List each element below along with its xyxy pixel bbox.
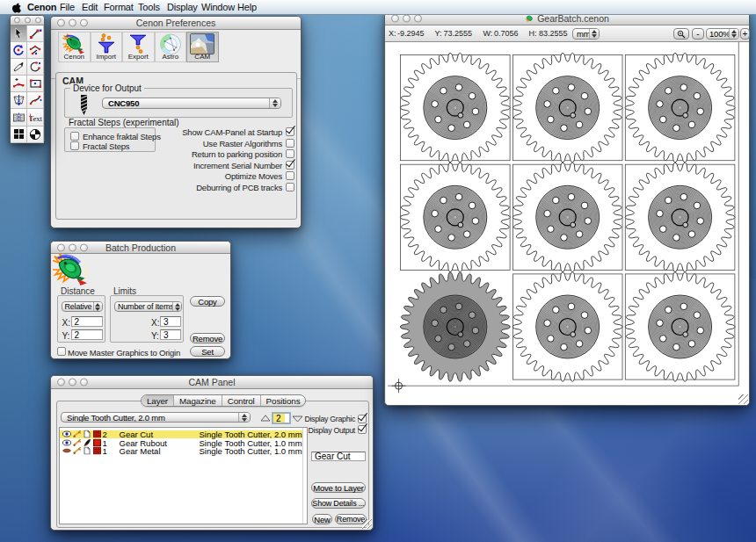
move-master-checkbox[interactable] — [57, 347, 66, 356]
pref-tab-export[interactable]: Export — [122, 32, 155, 62]
tool-target[interactable] — [27, 126, 44, 143]
tool-select[interactable] — [11, 25, 27, 42]
pref-tab-cam[interactable]: CAM — [186, 32, 219, 62]
prefs-minimize-button[interactable] — [69, 19, 76, 27]
layer-name-field[interactable]: Gear Cut — [311, 452, 366, 461]
optimize-moves-checkbox[interactable] — [286, 171, 294, 180]
tool-curve[interactable] — [27, 92, 44, 109]
tab-positions[interactable]: Positions — [261, 395, 306, 406]
tool-knife[interactable] — [11, 59, 27, 76]
document-toolbar: X: -9.2945 Y: 73.2555 W: 0.7056 H: 83.25… — [385, 25, 749, 42]
doc-minimize-button[interactable] — [403, 15, 411, 23]
tab-layer[interactable]: Layer — [142, 395, 174, 406]
pref-tab-astro[interactable]: Astro — [155, 32, 187, 62]
set-button[interactable]: Set — [190, 346, 225, 357]
doc-zoom-button[interactable] — [414, 15, 422, 23]
document-canvas[interactable] — [386, 42, 749, 405]
zoom-tool-button[interactable] — [673, 28, 689, 40]
stepper-up-arrow-icon — [592, 30, 597, 33]
distance-mode-popup[interactable]: Relative — [62, 301, 103, 312]
palette-close-button[interactable] — [14, 18, 20, 24]
resize-grip[interactable] — [738, 394, 748, 404]
tool-web[interactable] — [11, 92, 27, 109]
remove-button[interactable]: Remove — [190, 333, 225, 343]
batch-zoom-button[interactable] — [80, 243, 88, 251]
limits-x-field[interactable]: 3 — [160, 316, 181, 327]
distance-y-field[interactable]: 2 — [71, 329, 103, 340]
device-popup[interactable]: CNC950 — [102, 98, 281, 109]
level-field[interactable]: 2 — [272, 412, 291, 424]
tool-rotate[interactable] — [11, 42, 27, 59]
menu-item-edit[interactable]: Edit — [82, 0, 98, 14]
menu-item-tools[interactable]: Tools — [138, 0, 160, 14]
preferences-titlebar[interactable]: Cenon Preferences — [51, 17, 301, 30]
tool-polyline[interactable] — [27, 42, 44, 59]
batch-minimize-button[interactable] — [69, 243, 76, 251]
prefs-zoom-button[interactable] — [80, 19, 88, 27]
zoom-out-button[interactable]: - — [692, 28, 704, 40]
enhance-fraktal-steps-checkbox[interactable] — [70, 132, 79, 141]
cam-close-button[interactable] — [57, 379, 65, 387]
new-button[interactable]: New — [312, 514, 332, 524]
zoom-popup[interactable]: 100% — [706, 28, 739, 40]
stepper-down-arrow-icon — [731, 34, 737, 38]
batch-titlebar[interactable]: Batch Production — [51, 242, 230, 254]
tool-add-point[interactable] — [11, 76, 27, 92]
cutter-popup[interactable]: Single Tooth Cutter, 2.0 mm — [61, 412, 251, 423]
tab-magazine[interactable]: Magazine — [174, 395, 222, 406]
resize-grip[interactable] — [362, 519, 372, 529]
tool-rectangle[interactable] — [27, 76, 44, 92]
doc-close-button[interactable] — [391, 15, 399, 23]
show-cam-panel-checkbox[interactable] — [286, 127, 294, 136]
palette-minimize-button[interactable] — [25, 18, 31, 24]
deburring-checkbox[interactable] — [286, 183, 294, 192]
tab-control[interactable]: Control — [222, 395, 261, 406]
menu-item-file[interactable]: File — [60, 0, 75, 14]
copy-button[interactable]: Copy — [190, 296, 225, 307]
apple-menu-icon[interactable] — [11, 2, 22, 18]
distance-x-label: X: — [62, 318, 70, 328]
level-up-icon[interactable] — [260, 415, 271, 422]
pref-tab-cenon[interactable]: Cenon — [58, 32, 91, 62]
menu-item-display[interactable]: Display — [167, 0, 198, 14]
batch-close-button[interactable] — [57, 243, 65, 251]
cam-panel-titlebar[interactable]: CAM Panel — [51, 376, 373, 389]
distance-x-field[interactable]: 2 — [71, 316, 103, 327]
limits-mode-popup[interactable]: Number of Items — [114, 301, 182, 312]
menu-item-format[interactable]: Format — [104, 0, 134, 14]
tool-clip[interactable] — [11, 109, 27, 126]
use-raster-algorithms-checkbox[interactable] — [286, 139, 294, 148]
stepper-down-arrow-icon — [242, 418, 247, 422]
display-output-checkbox[interactable] — [358, 425, 367, 434]
cutter-popup-value: Single Tooth Cutter, 2.0 mm — [67, 413, 165, 423]
level-value: 2 — [273, 414, 285, 423]
menu-item-cenon[interactable]: Cenon — [27, 0, 56, 14]
cam-zoom-button[interactable] — [80, 379, 88, 387]
pref-tab-import[interactable]: Import — [91, 32, 123, 62]
cam-minimize-button[interactable] — [69, 379, 76, 387]
popup-stepper-icon — [172, 302, 181, 311]
menu-item-window[interactable]: Window — [201, 0, 235, 14]
menu-item-help[interactable]: Help — [237, 0, 257, 14]
tool-blocks[interactable] — [11, 126, 27, 143]
limits-y-field[interactable]: 3 — [160, 329, 181, 340]
popup-stepper-icon — [93, 302, 102, 311]
fractal-steps-checkbox[interactable] — [70, 141, 79, 150]
zoom-in-button[interactable]: + — [740, 28, 750, 40]
tool-line[interactable] — [27, 25, 44, 42]
blocks-icon — [13, 128, 25, 140]
tool-arc[interactable] — [27, 59, 44, 76]
unit-popup[interactable]: mm — [572, 28, 600, 40]
layer-name: Gear Metal — [120, 446, 161, 456]
stepper-down-arrow-icon — [273, 104, 278, 107]
increment-serial-checkbox[interactable] — [286, 161, 294, 170]
master-gear-graphic[interactable] — [400, 272, 510, 381]
level-down-icon[interactable] — [292, 416, 303, 423]
tool-text[interactable]: Text — [27, 109, 44, 126]
return-to-parking-checkbox[interactable] — [286, 149, 294, 158]
move-to-layer-button[interactable]: Move to Layer — [311, 482, 366, 493]
prefs-close-button[interactable] — [57, 19, 65, 27]
show-details-button[interactable]: Show Details ... — [311, 498, 366, 509]
palette-zoom-button[interactable] — [35, 18, 41, 24]
layer-row-gear-metal[interactable]: 1Gear MetalSingle Tooth Cutter, 1.0 mm — [60, 447, 302, 456]
